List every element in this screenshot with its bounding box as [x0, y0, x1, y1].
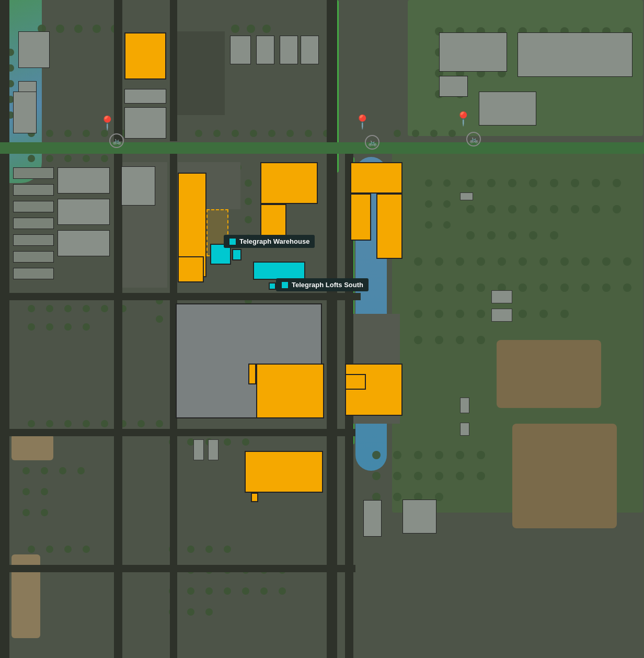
building-small-3 [13, 201, 54, 212]
building-gray-topright4 [518, 32, 632, 77]
tan-area-1 [12, 434, 53, 460]
building-cyan-lofts [253, 262, 305, 280]
road-v3 [327, 154, 337, 658]
building-top-far-left [18, 31, 50, 68]
building-orange-big1b [178, 256, 204, 282]
building-gray-topright3 [479, 92, 536, 126]
tan-area-3 [497, 340, 601, 408]
map-pin-3: 📍 [455, 111, 472, 127]
road-h2 [0, 293, 345, 300]
small-struct-5 [460, 423, 469, 436]
map-pin-1: 📍 [99, 115, 116, 131]
road-h3 [0, 429, 355, 436]
road-left-edge [0, 0, 9, 658]
small-struct-6 [193, 439, 204, 460]
bike-icon-2: 🚲 [365, 135, 380, 150]
building-gray-bottom-right1 [363, 500, 382, 537]
building-orange-right1-c [376, 194, 402, 259]
building-orange-lower-right1 [345, 364, 402, 416]
building-gray-top1 [230, 36, 251, 64]
building-gray-tl1 [13, 92, 37, 133]
parking-area-top [172, 31, 225, 115]
building-gray-topright1 [439, 32, 507, 72]
small-struct-2 [491, 290, 512, 303]
building-orange-lower1-b [248, 364, 256, 384]
tooltip-lofts: Telegraph Lofts South [276, 278, 369, 291]
tooltip-lofts-text: Telegraph Lofts South [292, 281, 363, 289]
map-pin-2: 📍 [354, 114, 371, 130]
building-orange-bottom1b [251, 493, 258, 502]
small-struct-3 [491, 309, 512, 322]
building-gray-top3 [280, 36, 298, 64]
road-h2-right [345, 293, 361, 300]
road-h4 [0, 565, 355, 572]
building-orange-lower1-a [256, 364, 324, 418]
road-v2-upper [170, 0, 177, 141]
road-v3-upper [327, 0, 337, 142]
small-struct-4 [460, 398, 469, 413]
building-mid-3 [58, 230, 110, 256]
building-gray-topright2 [439, 76, 468, 97]
building-gray-top2 [256, 36, 274, 64]
map-container: 🚲 🚲 🚲 📍 📍 📍 Telegraph Warehouse Telegrap… [0, 0, 644, 658]
building-mid-1 [58, 167, 110, 194]
building-small-6 [13, 251, 54, 263]
building-gray-center1 [121, 166, 155, 206]
building-orange-right1-a [350, 162, 402, 194]
road-v1-lower [114, 154, 122, 658]
bike-icon-3: 🚲 [466, 132, 481, 146]
building-orange-lower-right1b [345, 374, 366, 390]
small-struct-7 [208, 439, 218, 460]
building-gray-tl3 [124, 107, 166, 139]
bike-icon-1: 🚲 [109, 133, 124, 148]
building-small-2 [13, 184, 54, 196]
building-small-4 [13, 218, 54, 229]
tooltip-warehouse: Telegraph Warehouse [224, 235, 315, 248]
building-gray-top4 [301, 36, 319, 64]
building-orange-center1-a [260, 162, 318, 204]
building-small-7 [13, 268, 54, 279]
building-cyan-warehouse2 [232, 249, 242, 260]
building-small-5 [13, 234, 54, 246]
building-orange-topleft [124, 32, 166, 80]
tooltip-warehouse-text: Telegraph Warehouse [239, 237, 309, 245]
building-gray-tl2 [124, 89, 166, 104]
main-road-horizontal [0, 142, 644, 154]
building-small-1 [13, 167, 54, 179]
building-orange-bottom1 [245, 451, 323, 493]
building-cyan-lofts-small [269, 282, 276, 290]
building-gray-bottom-right2 [402, 500, 436, 534]
building-mid-2 [58, 199, 110, 225]
building-orange-right1-b [350, 194, 371, 241]
small-struct-1 [460, 192, 473, 200]
tan-area-4 [512, 424, 617, 528]
